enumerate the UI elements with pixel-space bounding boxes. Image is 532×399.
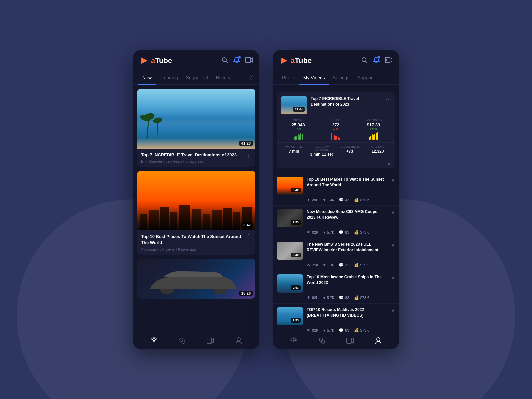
stat-comments-5: 💬 83 <box>339 328 349 332</box>
video-row-3-stats: 👁 25K ♥ 1.3K 💬 32 💰 $ <box>277 263 395 267</box>
money-icon-3: 💰 <box>354 263 359 267</box>
right-bottom-nav-broadcast[interactable] <box>279 337 308 344</box>
right-bottom-nav-profile[interactable] <box>364 337 392 344</box>
video-row-4-title: Top 10 Most Insane Cruise Ships In The W… <box>307 274 386 286</box>
stat-earnings-change: +31% <box>356 128 391 131</box>
stat-views-4: 👁 92K <box>307 295 319 300</box>
video-row-3-title: The New Bmw 8 Series 2023 FULL REVIEW In… <box>307 242 386 253</box>
stat-likes-label: LIKES <box>318 118 353 122</box>
video-row-1-chevron[interactable]: ∨ <box>389 177 395 183</box>
tab-suggested[interactable]: Suggested <box>182 71 212 84</box>
heart-icon-2: ♥ <box>323 230 326 235</box>
svg-rect-17 <box>203 214 210 230</box>
svg-point-24 <box>153 340 155 342</box>
comment-icon-2: 💬 <box>339 230 344 235</box>
stat-watch-time: WATCH TIME 7 min <box>281 145 307 157</box>
expanded-right: Top 7 INCREDIBLE Travel Destinations of … <box>311 96 382 114</box>
palm-trees-decoration <box>140 105 167 139</box>
comment-icon-5: 💬 <box>339 328 344 332</box>
comment-icon-4: 💬 <box>339 295 344 300</box>
video-row-2: 9:53 New Mercedes-Benz C63 AMG Coupe 202… <box>273 206 399 238</box>
expanded-collapse-chevron[interactable]: ∧ <box>277 161 395 168</box>
video-row-2-title: New Mercedes-Benz C63 AMG Coupe 2023 Ful… <box>307 209 386 220</box>
video-row-4: 9:53 Top 10 Most Insane Cruise Ships In … <box>273 271 399 304</box>
expanded-more-icon[interactable]: ⋯ <box>386 96 391 114</box>
video-title-2: Top 10 Best Places To Watch The Sunset A… <box>141 234 243 246</box>
video-row-1-stats: 👁 25K ♥ 1.3K 💬 32 💰 $ <box>277 198 395 202</box>
left-content: 41:23 Top 7 INCREDIBLE Travel Destinatio… <box>133 85 259 332</box>
video-row-3: 3:42 The New Bmw 8 Series 2023 FULL REVI… <box>273 238 399 271</box>
add-video-icon[interactable] <box>245 57 253 65</box>
bottom-nav-profile[interactable] <box>224 337 253 344</box>
stat-views-1: 👁 25K <box>307 198 319 202</box>
stat-earnings-2: 💰 $73.6 <box>354 230 370 235</box>
left-screen: aTube <box>133 50 259 349</box>
tab-settings[interactable]: Settings <box>329 71 354 84</box>
svg-point-26 <box>182 340 185 343</box>
svg-point-36 <box>319 338 323 341</box>
stat-likes-3: ♥ 1.3K <box>323 263 334 267</box>
right-add-video-icon[interactable] <box>385 57 392 65</box>
tab-history[interactable]: History <box>212 71 235 84</box>
svg-line-9 <box>157 122 158 139</box>
svg-rect-13 <box>160 207 169 230</box>
stat-comments-1: 💬 32 <box>339 198 349 202</box>
stat-likes-2: ♥ 5.7K <box>323 230 334 235</box>
heart-icon-1: ♥ <box>323 198 326 202</box>
video-card-2[interactable]: 3:42 Top 10 Best Places To Watch The Sun… <box>137 171 255 254</box>
video-row-5-chevron[interactable]: ∨ <box>389 307 395 313</box>
money-icon-1: 💰 <box>354 198 359 202</box>
svg-rect-16 <box>192 209 201 230</box>
video-more-1[interactable]: ⋮ <box>243 152 251 158</box>
eye-icon-4: 👁 <box>307 295 311 300</box>
stat-subscribers: SUBSCRIBERS +73 <box>336 145 363 157</box>
right-logo-text: aTube <box>291 56 312 65</box>
expanded-video-card: 21:04 Top 7 INCREDIBLE Travel Destinatio… <box>277 92 395 168</box>
notification-icon[interactable] <box>233 57 240 65</box>
video-card-3[interactable]: 15:26 <box>137 259 255 299</box>
right-content: 21:04 Top 7 INCREDIBLE Travel Destinatio… <box>273 85 399 332</box>
tab-support[interactable]: Support <box>353 71 378 84</box>
tab-trending[interactable]: Trending <box>156 71 182 84</box>
car-silhouette-decoration <box>144 269 243 295</box>
video-row-3-chevron[interactable]: ∨ <box>389 242 395 248</box>
bottom-nav-broadcast[interactable] <box>140 337 168 344</box>
svg-point-37 <box>321 340 325 343</box>
favorites-icon[interactable]: ♡ <box>249 74 254 81</box>
svg-point-28 <box>237 338 240 341</box>
stat-earnings-value: $17.33 <box>356 122 391 127</box>
svg-point-1 <box>222 58 226 62</box>
tab-profile[interactable]: Profile <box>278 71 299 84</box>
video-row-2-stats: 👁 92K ♥ 5.7K 💬 83 💰 $ <box>277 230 395 235</box>
right-bottom-nav-explore[interactable] <box>308 337 336 344</box>
svg-rect-14 <box>170 212 177 230</box>
svg-marker-0 <box>141 57 148 64</box>
bottom-nav-explore[interactable] <box>168 337 196 344</box>
heart-icon-5: ♥ <box>323 328 326 332</box>
tab-new[interactable]: New <box>138 71 156 84</box>
video-card-1[interactable]: 41:23 Top 7 INCREDIBLE Travel Destinatio… <box>137 89 255 167</box>
right-notification-icon[interactable] <box>373 57 380 65</box>
video-row-2-chevron[interactable]: ∨ <box>389 209 395 215</box>
stat-earnings-3: 💰 $29.5 <box>354 263 370 267</box>
video-row-4-chevron[interactable]: ∨ <box>389 274 395 281</box>
my-videos-list: 21:04 Top 7 INCREDIBLE Travel Destinatio… <box>273 85 399 332</box>
right-bottom-nav-video[interactable] <box>336 337 364 344</box>
right-search-icon[interactable] <box>361 57 368 65</box>
stat-likes-1: ♥ 1.3K <box>323 198 334 202</box>
money-icon-5: 💰 <box>354 328 359 332</box>
stat-views: VIEWS 25,348 +6% <box>281 118 316 140</box>
tab-my-videos[interactable]: My Videos <box>299 71 329 84</box>
stat-ad-views: AD VIEWS 12,320 <box>364 145 391 157</box>
money-icon-4: 💰 <box>354 295 359 300</box>
right-screen: aTube <box>273 50 399 349</box>
right-bottom-nav <box>273 332 399 349</box>
svg-line-2 <box>226 61 228 63</box>
video-more-2[interactable]: ⋮ <box>243 234 251 240</box>
notification-badge <box>238 56 241 58</box>
bottom-nav-video[interactable] <box>196 337 224 344</box>
search-icon[interactable] <box>221 57 228 65</box>
video-title-1: Top 7 INCREDIBLE Travel Destinations of … <box>141 152 237 158</box>
video-row-1-duration: 3:42 <box>291 188 301 192</box>
video-info-1: Top 7 INCREDIBLE Travel Destinations of … <box>137 149 255 167</box>
